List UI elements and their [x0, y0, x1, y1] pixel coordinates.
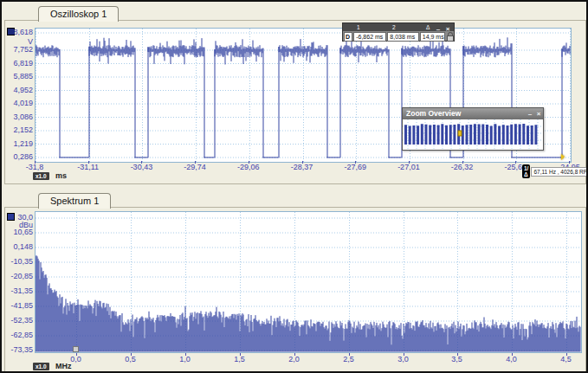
x-axis-label: 2,5 — [330, 355, 368, 363]
y-axis-label: -10,35 — [4, 257, 33, 266]
x-axis-label: -27,69 — [336, 163, 374, 171]
cursor-handle-icon[interactable]: D — [344, 32, 352, 42]
y-axis-label: 0,148 — [4, 242, 33, 251]
freq-scale-badge[interactable]: x1.0 — [33, 363, 49, 370]
axis-tick — [35, 161, 36, 164]
axis-tick — [349, 353, 350, 356]
axis-tick — [88, 161, 89, 164]
x-axis-label: -31,11 — [69, 163, 107, 171]
axis-tick — [195, 161, 196, 164]
axis-tick — [404, 353, 404, 356]
y-axis-label: 4,952 — [4, 86, 33, 94]
cursor2-header: 2 — [392, 23, 396, 31]
axis-tick — [240, 353, 241, 356]
axis-tick — [355, 161, 356, 164]
delta-badge: 1/Δ — [522, 164, 530, 178]
x-axis-label: -26,32 — [443, 163, 481, 171]
cursor1-value[interactable]: -6,862 ms — [353, 32, 386, 42]
oscilloscope-x-axis: -31,8-31,11-30,43-29,74-29,06-28,37-27,6… — [35, 161, 570, 171]
axis-tick — [76, 353, 77, 356]
axis-tick — [457, 353, 458, 356]
freq-unit-label: MHz — [55, 362, 72, 370]
axis-tick — [141, 161, 142, 164]
y-axis-label: 2,152 — [4, 125, 33, 134]
oscilloscope-y-unit: V — [4, 37, 33, 46]
delta-header: Δ — [426, 23, 430, 31]
x-axis-label: -29,06 — [229, 163, 268, 171]
frequency-readout: 1/Δ 67,11 Hz , 4026,8 RPM — [522, 164, 588, 178]
axis-tick — [515, 161, 516, 164]
frequency-readout-value: 67,11 Hz , 4026,8 RPM — [531, 167, 588, 177]
y-axis-label: 6,819 — [4, 59, 33, 68]
y-axis-label: 4,019 — [4, 99, 33, 107]
spectrum-plot[interactable] — [35, 211, 582, 353]
x-axis-label: 1,0 — [166, 355, 204, 363]
tab-spektrum-label: Spektrum 1 — [50, 196, 99, 206]
axis-handle-icon[interactable] — [73, 346, 79, 352]
x-axis-label: 1,5 — [221, 355, 259, 363]
y-axis-label: -41,85 — [4, 301, 33, 310]
zoom-overview-plot[interactable] — [403, 119, 543, 150]
app-window: Oszilloskop 1 8,6187,7526,8195,8854,9524… — [0, 0, 588, 373]
x-axis-label: 3,5 — [438, 355, 476, 363]
zoom-overview-title: Zoom Overview — [406, 108, 461, 119]
axis-tick — [249, 161, 249, 164]
tab-oszilloskop[interactable]: Oszilloskop 1 — [38, 6, 119, 22]
time-unit-label: ms — [55, 171, 67, 180]
spectrum-x-axis: 0,00,51,01,52,02,53,03,54,04,5 — [35, 353, 580, 363]
x-axis-label: -27,01 — [390, 163, 428, 171]
axis-tick — [185, 353, 186, 356]
y-axis-label: 3,086 — [4, 113, 33, 121]
y-axis-label: 8,618 — [4, 28, 33, 36]
lock-icon[interactable] — [446, 32, 453, 41]
x-axis-label: 2,0 — [275, 355, 313, 363]
y-axis-label: 0,286 — [4, 152, 33, 161]
y-axis-label: 5,885 — [4, 72, 33, 80]
x-axis-label: -29,74 — [176, 163, 214, 171]
y-axis-label: -31,35 — [4, 286, 33, 295]
axis-tick — [302, 161, 303, 164]
zoom-overview-window[interactable]: Zoom Overview – × — [402, 107, 544, 151]
axis-tick — [294, 353, 295, 356]
minimize-icon[interactable]: – — [434, 23, 443, 35]
y-axis-label: 7,752 — [4, 45, 33, 54]
cursor-marker-icon[interactable] — [561, 154, 565, 160]
spectrum-y-unit: dBu — [4, 221, 33, 229]
axis-tick — [512, 353, 513, 356]
zoom-overview-titlebar[interactable]: Zoom Overview – × — [403, 108, 543, 119]
zoom-position-marker-icon[interactable] — [458, 131, 462, 136]
time-scale-badge[interactable]: x1.0 — [33, 172, 49, 180]
x-axis-label: 4,5 — [547, 355, 585, 363]
x-axis-label: -28,37 — [283, 163, 321, 171]
y-axis-label: -62,85 — [4, 331, 33, 339]
x-axis-label: 4,0 — [493, 355, 531, 363]
y-axis-label: -73,35 — [4, 345, 33, 354]
cursor-measurement-box[interactable]: 1 2 Δ – × D -6,862 ms 8,038 ms 14,9 ms — [342, 23, 455, 42]
axis-tick — [409, 161, 410, 164]
y-axis-label: 1,219 — [4, 139, 33, 148]
tab-oszilloskop-label: Oszilloskop 1 — [50, 9, 107, 19]
x-axis-label: 3,0 — [384, 355, 423, 363]
y-axis-label: -20,85 — [4, 272, 33, 280]
x-axis-label: -31,8 — [16, 163, 54, 171]
axis-tick — [131, 353, 132, 356]
x-axis-label: 0,5 — [112, 355, 150, 363]
close-icon[interactable]: × — [534, 108, 543, 119]
axis-tick — [462, 161, 463, 164]
y-axis-label: -52,35 — [4, 316, 33, 325]
cursor2-value[interactable]: 8,038 ms — [387, 32, 418, 42]
tab-spektrum[interactable]: Spektrum 1 — [38, 193, 111, 209]
cursor-box-header[interactable]: 1 2 Δ – × — [343, 23, 454, 31]
axis-tick — [569, 161, 570, 164]
cursor1-header: 1 — [357, 23, 360, 31]
minimize-icon[interactable]: – — [526, 108, 534, 119]
x-axis-label: -30,43 — [122, 163, 160, 171]
axis-tick — [566, 353, 567, 356]
